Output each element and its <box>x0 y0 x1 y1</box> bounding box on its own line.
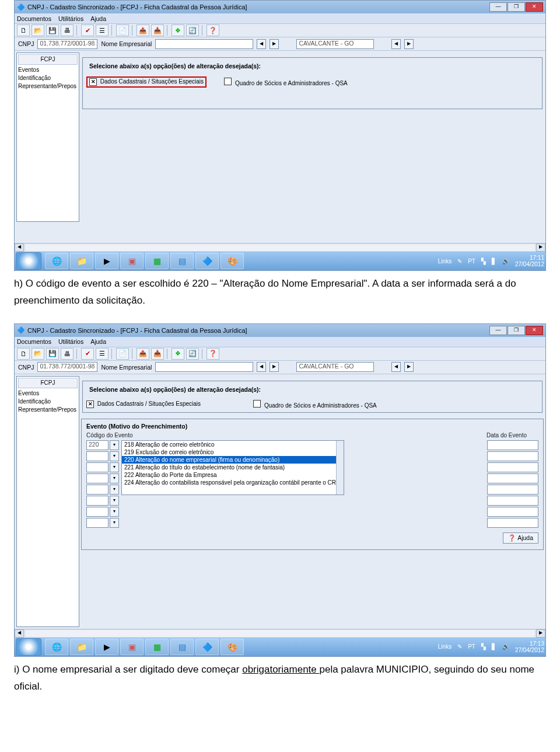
next-icon[interactable]: ▶ <box>270 39 279 49</box>
data-input-4[interactable] <box>487 474 538 483</box>
tray-clock[interactable]: 17:1327/04/2012 <box>515 640 544 653</box>
checkbox-dados-cadastrais[interactable]: ✕ <box>86 401 94 408</box>
horizontal-scrollbar[interactable]: ◀▶ <box>15 243 545 252</box>
sidebar-item-representante[interactable]: Representante/Prepos <box>18 82 78 90</box>
new-icon[interactable]: 🗋 <box>17 25 30 36</box>
maximize-button[interactable]: ❐ <box>508 2 525 12</box>
refresh-icon[interactable]: 🔄 <box>186 348 199 360</box>
codigo-input-3[interactable] <box>86 462 108 472</box>
tablet-icon[interactable]: ✎ <box>457 258 462 264</box>
tray-clock[interactable]: 17:1127/04/2012 <box>515 255 544 267</box>
taskbar-explorer-icon[interactable]: 📁 <box>70 639 93 655</box>
listbox-scrollbar[interactable] <box>336 441 344 495</box>
next2-icon[interactable]: ▶ <box>404 362 414 372</box>
dropdown-icon[interactable]: ▾ <box>110 451 119 461</box>
new-icon[interactable]: 🗋 <box>17 348 30 360</box>
dropdown-icon[interactable]: ▾ <box>110 462 119 472</box>
check-icon[interactable]: ✔ <box>81 25 94 36</box>
dropdown-icon[interactable]: ▾ <box>110 474 119 483</box>
codigo-input-8[interactable] <box>86 518 108 528</box>
list-icon[interactable]: ☰ <box>96 348 108 360</box>
save-icon[interactable]: 💾 <box>46 25 59 36</box>
start-button-icon[interactable] <box>16 252 41 270</box>
dropdown-icon[interactable]: ▾ <box>110 440 119 450</box>
taskbar-media-icon[interactable]: ▶ <box>95 253 118 269</box>
sidebar-item-identificacao[interactable]: Identificação <box>18 74 78 82</box>
data-input-8[interactable] <box>487 518 538 528</box>
taskbar-excel-icon[interactable]: ▦ <box>145 253 169 269</box>
next2-icon[interactable]: ▶ <box>404 39 414 49</box>
data-input-5[interactable] <box>487 485 538 495</box>
sidebar-item-eventos[interactable]: Eventos <box>18 389 78 398</box>
menu-ajuda[interactable]: Ajuda <box>90 15 106 22</box>
tree-icon[interactable]: ❖ <box>172 25 184 36</box>
prev-icon[interactable]: ◀ <box>257 362 266 372</box>
codigo-input-5[interactable] <box>86 485 108 495</box>
prev2-icon[interactable]: ◀ <box>391 39 401 49</box>
export-icon[interactable]: 📤 <box>136 348 149 360</box>
evento-listbox[interactable]: 218 Alteração de correio eletrônico 219 … <box>121 440 344 495</box>
taskbar-app-icon[interactable]: 🔷 <box>195 639 219 655</box>
start-button-icon[interactable] <box>16 638 41 656</box>
maximize-button[interactable]: ❐ <box>508 326 525 335</box>
taskbar-lang[interactable]: PT <box>468 643 475 650</box>
taskbar-paint-icon[interactable]: 🎨 <box>220 253 244 269</box>
prev2-icon[interactable]: ◀ <box>391 362 401 372</box>
sidebar-item-representante[interactable]: Representante/Prepos <box>18 406 78 414</box>
tray-vol-icon[interactable]: 🔊 <box>502 258 509 264</box>
municipio-field[interactable]: CAVALCANTE - GO <box>296 362 374 372</box>
tray-net-icon[interactable]: ▋ <box>492 643 496 650</box>
tray-flag-icon[interactable]: ▚ <box>481 258 486 264</box>
open-icon[interactable]: 📂 <box>32 348 44 360</box>
save-icon[interactable]: 💾 <box>46 348 59 360</box>
data-input-3[interactable] <box>487 462 538 472</box>
sidebar-item-eventos[interactable]: Eventos <box>18 66 78 74</box>
menu-utilitarios[interactable]: Utilitários <box>58 338 83 345</box>
taskbar-ie-icon[interactable]: 🌐 <box>45 253 68 269</box>
import-icon[interactable]: 📥 <box>151 25 164 36</box>
menu-utilitarios[interactable]: Utilitários <box>58 15 83 22</box>
close-button[interactable]: ✕ <box>526 2 543 12</box>
municipio-field[interactable]: CAVALCANTE - GO <box>296 39 374 49</box>
checkbox-dados-cadastrais[interactable]: ✕ <box>89 78 97 86</box>
taskbar-word-icon[interactable]: ▤ <box>170 253 194 269</box>
sidebar-item-identificacao[interactable]: Identificação <box>18 398 78 406</box>
tablet-icon[interactable]: ✎ <box>457 643 462 650</box>
minimize-button[interactable]: — <box>489 2 507 12</box>
codigo-input-7[interactable] <box>86 507 108 517</box>
tray-vol-icon[interactable]: 🔊 <box>502 643 509 650</box>
checkbox-qsa[interactable] <box>253 400 261 408</box>
check-icon[interactable]: ✔ <box>81 348 94 360</box>
dropdown-icon[interactable]: ▾ <box>110 518 119 528</box>
checkbox-qsa[interactable] <box>224 78 232 85</box>
taskbar-word-icon[interactable]: ▤ <box>170 639 194 655</box>
dropdown-icon[interactable]: ▾ <box>110 507 119 517</box>
taskbar-ie-icon[interactable]: 🌐 <box>45 639 68 655</box>
minimize-button[interactable]: — <box>489 326 507 335</box>
dropdown-icon[interactable]: ▾ <box>110 485 119 495</box>
taskbar-links-label[interactable]: Links <box>438 643 452 650</box>
tray-net-icon[interactable]: ▋ <box>492 258 496 264</box>
taskbar-excel-icon[interactable]: ▦ <box>145 639 169 655</box>
import-icon[interactable]: 📥 <box>151 348 164 360</box>
taskbar-ppt-icon[interactable]: ▣ <box>120 639 144 655</box>
cnpj-field[interactable]: 01.738.772/0001-98 <box>37 362 97 372</box>
print-icon[interactable]: 🖶 <box>61 348 74 360</box>
data-input-2[interactable] <box>487 451 538 461</box>
help-icon[interactable]: ❓ <box>206 25 219 36</box>
nome-field[interactable] <box>155 362 253 372</box>
print-icon[interactable]: 🖶 <box>61 25 74 36</box>
menu-documentos[interactable]: Documentos <box>17 15 51 22</box>
horizontal-scrollbar[interactable]: ◀▶ <box>15 629 545 638</box>
taskbar-links-label[interactable]: Links <box>438 258 452 264</box>
codigo-input-6[interactable] <box>86 496 108 506</box>
taskbar-paint-icon[interactable]: 🎨 <box>220 639 244 655</box>
prev-icon[interactable]: ◀ <box>257 39 266 49</box>
list-icon[interactable]: ☰ <box>96 25 108 36</box>
codigo-input-4[interactable] <box>86 474 108 483</box>
open-icon[interactable]: 📂 <box>32 25 44 36</box>
codigo-input-2[interactable] <box>86 451 108 461</box>
nome-field[interactable] <box>155 39 253 49</box>
taskbar-ppt-icon[interactable]: ▣ <box>120 253 144 269</box>
taskbar-app-icon[interactable]: 🔷 <box>195 253 219 269</box>
